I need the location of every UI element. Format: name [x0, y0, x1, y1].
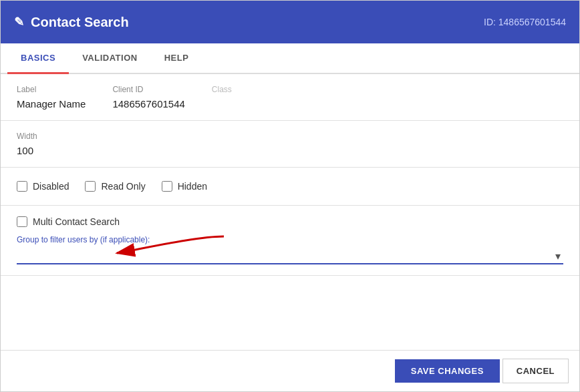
- label-clientid-section: Label Manager Name Client ID 14865676015…: [1, 74, 579, 121]
- hidden-checkbox-label[interactable]: Hidden: [162, 181, 207, 192]
- label-header: Label: [17, 85, 86, 94]
- checkboxes-section: Disabled Read Only Hidden: [1, 168, 579, 206]
- read-only-checkbox[interactable]: [85, 181, 96, 192]
- group-filter-label: Group to filter users by (if applicable)…: [17, 235, 563, 244]
- modal-title: Contact Search: [31, 15, 129, 30]
- multi-contact-checkbox[interactable]: [17, 216, 27, 227]
- edit-icon: ✎: [14, 15, 24, 29]
- hidden-checkbox[interactable]: [162, 181, 172, 192]
- multi-contact-text: Multi Contact Search: [33, 216, 120, 227]
- modal-header: ✎ Contact Search ID: 1486567601544: [1, 1, 579, 43]
- label-value: Manager Name: [17, 98, 86, 110]
- tab-bar: BASICS VALIDATION HELP: [1, 43, 579, 74]
- tab-content: Label Manager Name Client ID 14865676015…: [1, 74, 579, 350]
- multi-contact-label[interactable]: Multi Contact Search: [17, 216, 563, 227]
- client-id-field: Client ID 1486567601544: [112, 85, 184, 110]
- width-value: 100: [17, 145, 563, 156]
- label-field: Label Manager Name: [17, 85, 86, 110]
- client-id-header: Client ID: [112, 85, 184, 94]
- hidden-label: Hidden: [178, 181, 207, 192]
- class-header: Class: [212, 85, 563, 94]
- multi-section: Multi Contact Search Group to filter use…: [1, 206, 579, 276]
- disabled-label: Disabled: [33, 181, 69, 192]
- tab-validation[interactable]: VALIDATION: [69, 43, 151, 74]
- client-id-value: 1486567601544: [112, 98, 184, 110]
- read-only-label: Read Only: [101, 181, 145, 192]
- group-filter-area: Group to filter users by (if applicable)…: [17, 235, 563, 264]
- class-field: Class: [212, 85, 563, 110]
- tab-basics[interactable]: BASICS: [7, 43, 69, 74]
- width-header: Width: [17, 132, 563, 141]
- modal-footer: SAVE CHANGES CANCEL: [1, 350, 579, 391]
- group-filter-container: ▾: [17, 247, 563, 264]
- modal-container: ✎ Contact Search ID: 1486567601544 BASIC…: [0, 0, 580, 392]
- disabled-checkbox[interactable]: [17, 181, 27, 192]
- modal-id: ID: 1486567601544: [484, 17, 566, 27]
- cancel-button[interactable]: CANCEL: [502, 359, 569, 383]
- width-section: Width 100: [1, 121, 579, 168]
- tab-help[interactable]: HELP: [151, 43, 202, 74]
- header-title-area: ✎ Contact Search: [14, 15, 129, 30]
- read-only-checkbox-label[interactable]: Read Only: [85, 181, 145, 192]
- group-filter-select[interactable]: [17, 247, 563, 264]
- save-button[interactable]: SAVE CHANGES: [395, 359, 500, 383]
- disabled-checkbox-label[interactable]: Disabled: [17, 181, 69, 192]
